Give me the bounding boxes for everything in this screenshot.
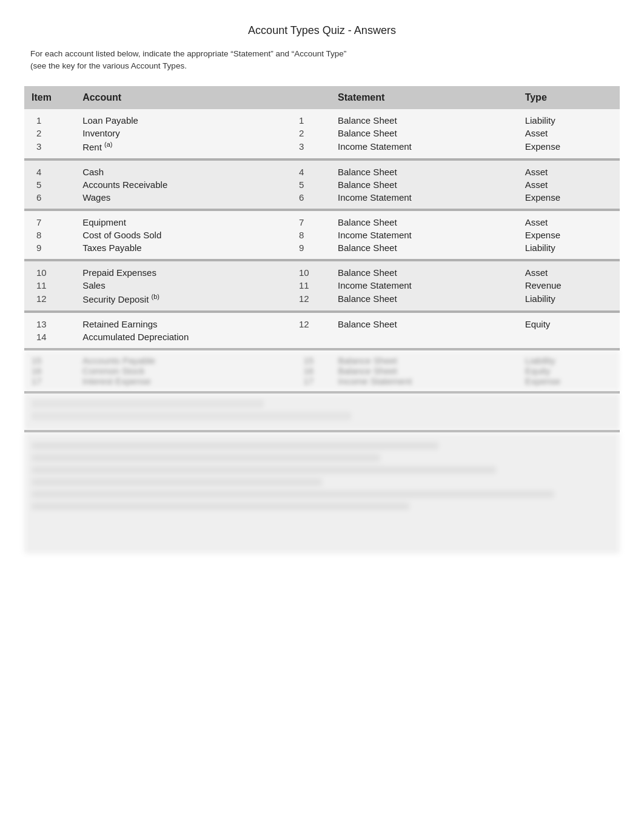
- cell-account: Inventory: [75, 127, 297, 139]
- cell-item: 8: [24, 229, 75, 241]
- cell-statement: Balance Sheet: [330, 292, 518, 310]
- cell-account: Retained Earnings: [75, 313, 297, 330]
- header-statement: Statement: [330, 86, 518, 109]
- table-row: 10 Prepaid Expenses 10 Balance Sheet Ass…: [24, 261, 620, 279]
- cell-num: 11: [297, 279, 330, 292]
- cell-item: 4: [24, 161, 75, 178]
- table-header-row: Item Account Statement Type: [24, 86, 620, 109]
- cell-statement: Income Statement: [330, 139, 518, 158]
- cell-num: 12: [297, 313, 330, 330]
- cell-statement: [330, 330, 518, 348]
- blurred-group-row: 151617 Accounts PayableCommon StockInter…: [24, 350, 620, 391]
- table-row: 4 Cash 4 Balance Sheet Asset: [24, 161, 620, 178]
- header-item: Item: [24, 86, 75, 109]
- cell-type: [518, 330, 620, 348]
- cell-statement: Balance Sheet: [330, 241, 518, 259]
- table-row: 3 Rent (a) 3 Income Statement Expense: [24, 139, 620, 158]
- cell-num: 8: [297, 229, 330, 241]
- table-row: 14 Accumulated Depreciation: [24, 330, 620, 348]
- cell-num: 12: [297, 292, 330, 310]
- cell-item: 1: [24, 109, 75, 127]
- cell-account: Rent (a): [75, 139, 297, 158]
- cell-num: 1: [297, 109, 330, 127]
- cell-type: Expense: [518, 139, 620, 158]
- table-row: 9 Taxes Payable 9 Balance Sheet Liabilit…: [24, 241, 620, 259]
- cell-num: 6: [297, 191, 330, 209]
- cell-account: Wages: [75, 191, 297, 209]
- cell-type: Liability: [518, 109, 620, 127]
- cell-account: Taxes Payable: [75, 241, 297, 259]
- cell-account: Accounts Receivable: [75, 178, 297, 191]
- table-row: 7 Equipment 7 Balance Sheet Asset: [24, 211, 620, 229]
- cell-statement: Income Statement: [330, 229, 518, 241]
- cell-item: 14: [24, 330, 75, 348]
- page-title: Account Types Quiz - Answers: [24, 24, 620, 37]
- cell-statement: Balance Sheet: [330, 161, 518, 178]
- cell-item: 6: [24, 191, 75, 209]
- cell-item: 10: [24, 261, 75, 279]
- cell-type: Asset: [518, 161, 620, 178]
- header-account: Account: [75, 86, 297, 109]
- cell-statement: Income Statement: [330, 279, 518, 292]
- cell-num: 4: [297, 161, 330, 178]
- cell-item: 3: [24, 139, 75, 158]
- cell-statement: Balance Sheet: [330, 313, 518, 330]
- cell-type: Revenue: [518, 279, 620, 292]
- cell-item: 11: [24, 279, 75, 292]
- table-row: 6 Wages 6 Income Statement Expense: [24, 191, 620, 209]
- cell-type: Asset: [518, 127, 620, 139]
- cell-type: Expense: [518, 191, 620, 209]
- cell-statement: Balance Sheet: [330, 261, 518, 279]
- cell-num: [297, 330, 330, 348]
- instructions: For each account listed below, indicate …: [24, 48, 620, 73]
- cell-statement: Balance Sheet: [330, 109, 518, 127]
- cell-account: Prepaid Expenses: [75, 261, 297, 279]
- cell-account: Cash: [75, 161, 297, 178]
- cell-account: Loan Payable: [75, 109, 297, 127]
- table-row: 12 Security Deposit (b) 12 Balance Sheet…: [24, 292, 620, 310]
- cell-account: Cost of Goods Sold: [75, 229, 297, 241]
- cell-type: Asset: [518, 178, 620, 191]
- cell-account: Equipment: [75, 211, 297, 229]
- cell-item: 12: [24, 292, 75, 310]
- table-row: 11 Sales 11 Income Statement Revenue: [24, 279, 620, 292]
- cell-num: 9: [297, 241, 330, 259]
- cell-account: Accumulated Depreciation: [75, 330, 297, 348]
- table-row: 1 Loan Payable 1 Balance Sheet Liability: [24, 109, 620, 127]
- table-row: 2 Inventory 2 Balance Sheet Asset: [24, 127, 620, 139]
- header-type: Type: [518, 86, 620, 109]
- cell-num: 2: [297, 127, 330, 139]
- cell-statement: Balance Sheet: [330, 127, 518, 139]
- cell-type: Liability: [518, 241, 620, 259]
- blurred-group-row-2: [24, 394, 620, 430]
- header-num: [297, 86, 330, 109]
- cell-type: Expense: [518, 229, 620, 241]
- cell-type: Equity: [518, 313, 620, 330]
- cell-num: 3: [297, 139, 330, 158]
- cell-account: Security Deposit (b): [75, 292, 297, 310]
- cell-item: 9: [24, 241, 75, 259]
- table-row: 5 Accounts Receivable 5 Balance Sheet As…: [24, 178, 620, 191]
- cell-item: 5: [24, 178, 75, 191]
- cell-statement: Balance Sheet: [330, 178, 518, 191]
- cell-num: 5: [297, 178, 330, 191]
- cell-item: 7: [24, 211, 75, 229]
- cell-account: Sales: [75, 279, 297, 292]
- cell-num: 7: [297, 211, 330, 229]
- cell-type: Liability: [518, 292, 620, 310]
- blurred-group-row-3: [24, 432, 620, 554]
- cell-type: Asset: [518, 261, 620, 279]
- cell-statement: Income Statement: [330, 191, 518, 209]
- cell-item: 2: [24, 127, 75, 139]
- table-row: 13 Retained Earnings 12 Balance Sheet Eq…: [24, 313, 620, 330]
- cell-num: 10: [297, 261, 330, 279]
- table-row: 8 Cost of Goods Sold 8 Income Statement …: [24, 229, 620, 241]
- quiz-table: Item Account Statement Type 1 Loan Payab…: [24, 86, 620, 348]
- cell-type: Asset: [518, 211, 620, 229]
- cell-statement: Balance Sheet: [330, 211, 518, 229]
- cell-item: 13: [24, 313, 75, 330]
